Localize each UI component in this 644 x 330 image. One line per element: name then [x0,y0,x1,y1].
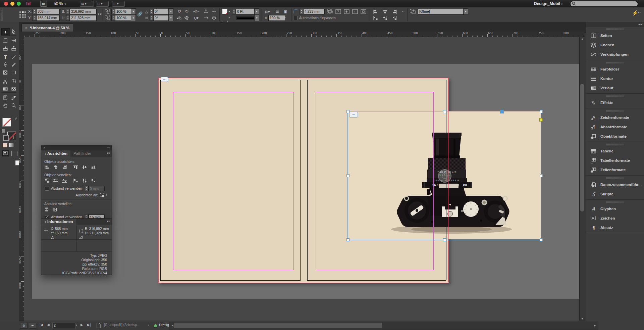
stroke-color-arrow[interactable]: ▸ [228,9,231,14]
dock-item-layers[interactable]: Ebenen [586,40,644,50]
view-options-button[interactable]: ▤ ▾ [80,1,94,7]
rotation-stepper[interactable]: ▲▼ [150,9,153,14]
align-horizontal-centers-button[interactable] [53,165,60,170]
fill-color-arrow[interactable]: ▸ [228,15,231,20]
dock-group-grip[interactable] [586,61,644,64]
w-stepper[interactable]: ▲▼ [66,9,70,14]
link-badge[interactable]: ∞ [349,112,358,117]
stroke-weight-field[interactable]: 0 Pt [236,9,255,14]
text-wrap-none-icon[interactable]: ☰ [274,9,280,14]
horizontal-ruler[interactable]: 2502001501005005010015020025030035040045… [24,32,585,37]
distribute-horizontal-centers-button[interactable] [382,16,390,21]
fit-frame-to-content-icon[interactable] [344,9,350,14]
rotate-cw-icon[interactable]: ↻ [184,9,190,14]
frame-tool[interactable] [1,69,9,76]
zoom-level-dropdown[interactable]: 50 % ▼ [54,1,67,6]
dock-item-fx[interactable]: fxEffekte [586,98,644,107]
ruler-origin-corner[interactable] [19,32,24,37]
swap-fill-stroke-icon[interactable]: ⇄ [15,117,17,120]
dock-item-pages[interactable]: Seiten [586,31,644,40]
hand-tool[interactable] [1,102,9,109]
dock-group-grip[interactable] [586,27,644,31]
dock-item-gradient[interactable]: Verlauf [586,83,644,93]
minimize-window-button[interactable] [10,2,14,6]
close-document-icon[interactable]: × [25,26,27,30]
rectangle-tool[interactable] [10,69,18,76]
dock-item-cellstyle[interactable]: Zellenformate [586,165,644,175]
align-options-arrow[interactable]: ▾ [400,9,406,14]
fit-content-to-frame-icon[interactable] [352,9,358,14]
tools-panel-grip[interactable] [1,10,3,21]
scale-x-field[interactable]: 100 % [115,9,132,14]
fill-proxy-swatch[interactable] [2,118,11,127]
corner-radius-stepper[interactable]: ▲▼ [300,9,303,14]
align-to-icon[interactable] [100,193,105,197]
align-top-edges-button[interactable] [73,165,80,170]
dock-group-grip[interactable] [586,94,644,98]
dock-group-grip[interactable] [586,200,644,204]
align-left-edges-button[interactable] [373,9,380,15]
vertical-scroll-thumb[interactable] [580,84,584,211]
tab-informationen[interactable]: ⇕ Informationen [41,219,76,225]
object-style-field[interactable]: [Ohne] [418,9,464,14]
stroke-weight-stepper[interactable]: ▲▼ [232,9,236,14]
rotation-field[interactable]: 0° [153,9,169,14]
spread-link-badge[interactable]: ∞ [161,77,168,82]
scroll-down-icon[interactable]: ▼ [580,318,585,320]
panel-minimize-icon[interactable]: ▾▾ [107,146,110,150]
dock-item-datamerge[interactable]: Datenzusammenführ... [586,180,644,189]
distribute-right-edges-button[interactable] [392,16,399,21]
scale-y-dropdown[interactable]: ▼ [131,15,136,21]
search-input[interactable] [570,1,638,7]
selection-tool[interactable] [1,28,10,36]
gradient-feather-tool[interactable] [10,85,18,92]
selection-handle[interactable] [443,110,446,113]
stroke-color-swatch[interactable] [222,9,228,14]
scale-y-field[interactable]: 100 % [115,15,132,21]
eyedropper-tool[interactable] [10,94,18,101]
panel-close-icon[interactable]: × [43,146,45,150]
gap-tool[interactable] [10,37,18,44]
align-vertical-centers-button[interactable] [82,165,89,170]
rotate-90-icons[interactable]: Ϙ▾ [193,15,199,20]
selection-handle[interactable] [346,110,350,113]
dock-item-paragraph[interactable]: ¶Absatz [586,223,644,232]
scale-x-dropdown[interactable]: ▼ [131,8,136,15]
maximize-window-button[interactable] [17,2,21,6]
selection-handle[interactable] [540,110,543,113]
content-placer-tool[interactable] [10,45,18,52]
stroke-style-field[interactable] [236,15,255,21]
screen-mode-button[interactable]: ▢ ▾ [96,1,109,7]
selection-handle[interactable] [540,238,543,241]
formatting-affects-container-button[interactable] [3,135,9,141]
distribute-left-edges-button[interactable] [373,16,380,21]
distribute-left-edges-button[interactable] [73,178,80,184]
autofit-checkbox[interactable] [293,16,298,20]
scale-y-stepper[interactable]: ▲▼ [111,15,115,21]
horizontal-scroll-thumb[interactable] [174,323,382,328]
content-collector-tool[interactable] [1,45,9,52]
opacity-field[interactable]: 100 % [268,15,285,21]
select-last-object-icon[interactable] [211,15,217,20]
align-panel-titlebar[interactable]: × ▾▾ [41,146,112,150]
direct-selection-tool[interactable] [10,28,18,35]
apply-color-button[interactable] [2,143,8,148]
opacity-arrow[interactable]: ▸ [284,15,286,20]
last-page-button[interactable]: ▶| [87,323,91,327]
smart-guide-handle[interactable] [500,110,504,113]
distribute-vertical-space-button[interactable] [44,207,52,213]
rotate-ccw-icon[interactable]: ↺ [176,9,182,14]
x-stepper[interactable]: ▲▼ [33,9,36,14]
constrain-scale-icon[interactable]: 🔗 [137,11,143,17]
spacing-field-disabled[interactable]: 0 mm [89,186,105,191]
dock-group-grip[interactable] [586,109,644,113]
distribute-top-edges-button[interactable] [44,178,52,184]
next-page-button[interactable]: ▶ [80,323,83,327]
text-wrap-bounding-icon[interactable]: ▣ [282,9,288,14]
export-button[interactable]: ➦ [29,323,36,329]
selection-handle[interactable] [443,238,446,241]
align-right-edges-button[interactable] [62,165,69,170]
note-tool[interactable] [1,94,9,101]
align-bottom-edges-button[interactable] [91,165,98,170]
close-window-button[interactable] [4,2,8,6]
